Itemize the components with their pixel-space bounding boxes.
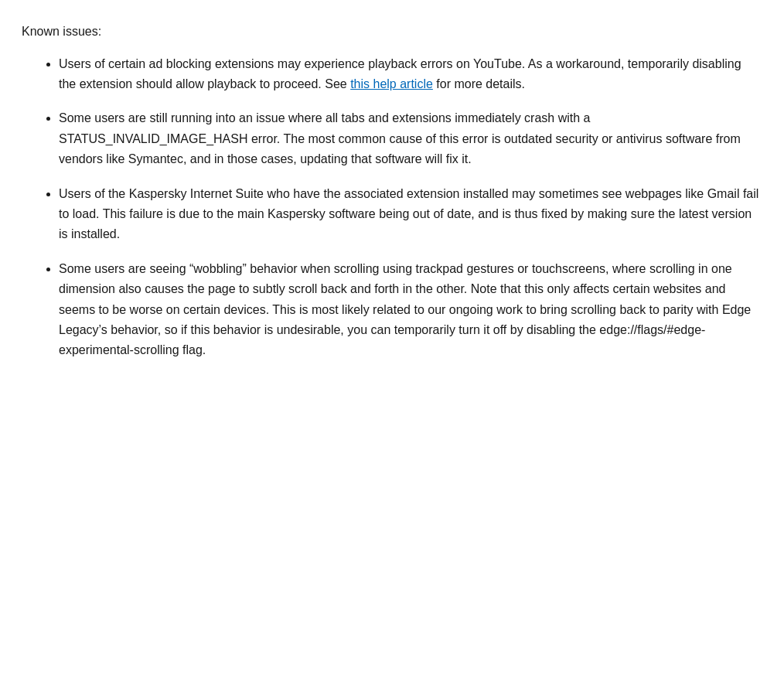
list-item: Some users are still running into an iss… <box>59 108 759 169</box>
help-article-link[interactable]: this help article <box>350 77 433 90</box>
item-4-text: Some users are seeing “wobbling” behavio… <box>59 262 751 357</box>
list-item: Some users are seeing “wobbling” behavio… <box>59 259 759 361</box>
item-1-text-after: for more details. <box>433 77 525 90</box>
issues-list: Users of certain ad blocking extensions … <box>22 54 759 361</box>
list-item: Users of certain ad blocking extensions … <box>59 54 759 95</box>
list-item: Users of the Kaspersky Internet Suite wh… <box>59 184 759 245</box>
item-2-text: Some users are still running into an iss… <box>59 111 741 165</box>
item-3-text: Users of the Kaspersky Internet Suite wh… <box>59 187 758 241</box>
known-issues-heading: Known issues: <box>22 22 759 42</box>
